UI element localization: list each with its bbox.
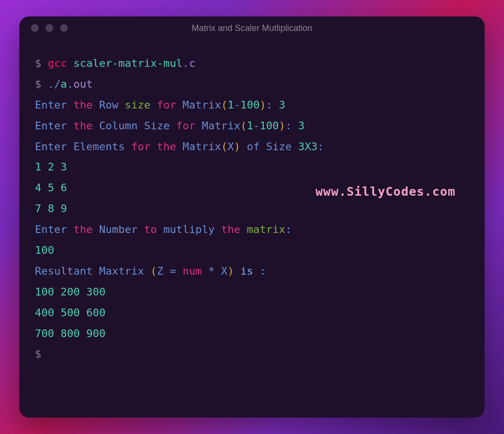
x-text: X <box>227 140 234 153</box>
size-text: size <box>125 99 150 111</box>
col-value: 3 <box>298 120 304 132</box>
dot: . <box>67 78 73 90</box>
result-row-2: 400 500 600 <box>35 303 469 324</box>
result-row-3: 700 800 900 <box>35 324 469 344</box>
star: * <box>208 265 215 277</box>
is-text: is <box>240 265 253 277</box>
size-text: Size <box>144 120 170 132</box>
dims-text: 3X3 <box>298 140 317 153</box>
matrix-text: Matrix <box>183 140 221 153</box>
rparen: ) <box>227 265 234 277</box>
matrix-text: Matrix <box>202 120 240 132</box>
multiply-text: mutliply <box>163 223 215 235</box>
colon: : <box>285 120 292 132</box>
traffic-lights <box>31 24 68 32</box>
enter-text: Enter <box>35 99 67 111</box>
enter-text: Enter <box>35 120 67 132</box>
for-text: for <box>131 140 151 153</box>
maximize-icon[interactable] <box>60 24 68 32</box>
prompt-symbol: $ <box>35 78 41 90</box>
rparen: ) <box>234 140 240 153</box>
watermark: www.SillyCodes.com <box>315 180 456 204</box>
terminal-window: Matrix and Scaler Mutliplication www.Sil… <box>19 16 485 418</box>
matrix-row-1: 1 2 3 <box>35 157 469 178</box>
prompt-symbol: $ <box>35 57 41 69</box>
a-text: a <box>61 78 67 90</box>
lparen: ( <box>221 99 227 111</box>
resultant-text: Resultant <box>35 265 93 277</box>
window-title: Matrix and Scaler Mutliplication <box>191 23 312 33</box>
enter-text: Enter <box>35 223 67 235</box>
scalar-value: 100 <box>35 240 469 261</box>
colon: : <box>260 265 266 277</box>
num-text: num <box>183 265 202 277</box>
size-text: Size <box>266 140 292 153</box>
terminal-content[interactable]: www.SillyCodes.com $ gcc scaler-matrix-m… <box>19 40 485 418</box>
file-name: scaler-matrix-mul <box>74 57 183 69</box>
colon: : <box>285 223 292 235</box>
command-line-1: $ gcc scaler-matrix-mul.c <box>35 53 469 74</box>
matrix-text: Matrix <box>183 99 221 111</box>
z-text: Z <box>157 265 163 277</box>
matrix-text: matrix <box>247 223 285 235</box>
for-text: for <box>176 120 195 132</box>
hundred: 100 <box>260 120 279 132</box>
gcc-command: gcc <box>48 57 67 69</box>
colon: : <box>317 140 324 153</box>
command-line-2: $ ./a.out <box>35 74 469 95</box>
x-text: X <box>221 265 227 277</box>
dash: - <box>253 120 259 132</box>
rparen: ) <box>260 99 266 111</box>
dotslash: ./ <box>48 78 61 90</box>
one: 1 <box>227 99 234 111</box>
title-bar: Matrix and Scaler Mutliplication <box>19 16 485 40</box>
dot: . <box>183 57 189 69</box>
one: 1 <box>247 120 253 132</box>
file-ext: c <box>189 57 195 69</box>
out-text: out <box>74 78 93 90</box>
col-size-prompt: Enter the Column Size for Matrix(1-100):… <box>35 116 469 137</box>
hundred: 100 <box>240 99 260 111</box>
close-icon[interactable] <box>31 24 39 32</box>
rparen: ) <box>279 120 285 132</box>
colon: : <box>266 99 272 111</box>
row-size-prompt: Enter the Row size for Matrix(1-100): 3 <box>35 95 469 116</box>
minimize-icon[interactable] <box>46 24 53 32</box>
number-prompt: Enter the Number to mutliply the matrix: <box>35 219 469 240</box>
the-text: the <box>157 140 176 153</box>
maxtrix-text: Maxtrix <box>99 265 144 277</box>
row-value: 3 <box>279 99 285 111</box>
for-text: for <box>157 99 176 111</box>
eq: = <box>170 265 176 277</box>
number-text: Number <box>99 223 137 235</box>
prompt-symbol: $ <box>35 344 469 365</box>
elements-prompt: Enter Elements for the Matrix(X) of Size… <box>35 137 469 157</box>
the-text: the <box>73 99 93 111</box>
to-text: to <box>144 223 157 235</box>
elements-text: Elements <box>73 140 125 153</box>
lparen: ( <box>221 140 227 153</box>
column-text: Column <box>99 120 137 132</box>
row-text: Row <box>99 99 118 111</box>
of-text: of <box>247 140 260 153</box>
the-text: the <box>73 223 93 235</box>
the-text: the <box>73 120 93 132</box>
lparen: ( <box>240 120 247 132</box>
lparen: ( <box>150 265 157 277</box>
result-row-1: 100 200 300 <box>35 282 469 303</box>
the-text: the <box>221 223 240 235</box>
result-prompt: Resultant Maxtrix (Z = num * X) is : <box>35 261 469 282</box>
enter-text: Enter <box>35 140 67 153</box>
dash: - <box>234 99 240 111</box>
